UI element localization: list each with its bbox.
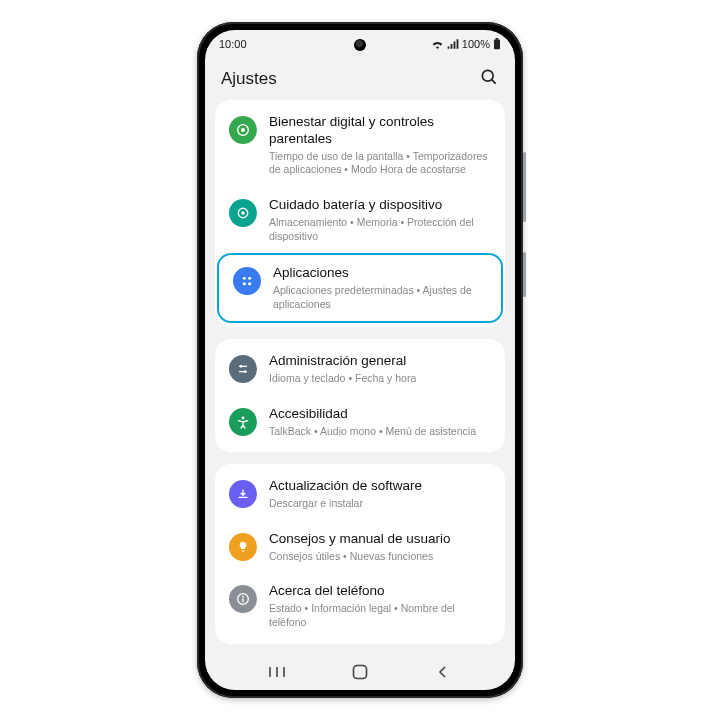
settings-item-subtitle: Descargar e instalar [269,497,491,511]
settings-item-text: Administración generalIdioma y teclado •… [269,353,491,386]
settings-item-title: Accesibilidad [269,406,491,423]
settings-list[interactable]: Bienestar digital y controles parentales… [205,100,515,654]
search-icon [479,67,499,87]
svg-point-7 [241,211,244,214]
svg-point-11 [248,282,251,285]
settings-item-title: Bienestar digital y controles parentales [269,114,491,148]
settings-group: Administración generalIdioma y teclado •… [215,339,505,452]
settings-item-title: Acerca del teléfono [269,583,491,600]
recents-icon [268,665,286,679]
search-button[interactable] [479,67,499,91]
recents-button[interactable] [266,661,288,683]
title-bar: Ajustes [205,58,515,100]
settings-item-title: Cuidado batería y dispositivo [269,197,491,214]
settings-item-text: Actualización de softwareDescargar e ins… [269,478,491,511]
about-icon [229,585,257,613]
status-time: 10:00 [219,38,247,50]
settings-item-software-update[interactable]: Actualización de softwareDescargar e ins… [215,468,505,521]
svg-rect-20 [242,599,243,603]
settings-item-battery-device-care[interactable]: Cuidado batería y dispositivoAlmacenamie… [215,187,505,253]
svg-point-10 [243,282,246,285]
general-icon [229,355,257,383]
settings-item-subtitle: Consejos útiles • Nuevas funciones [269,550,491,564]
svg-rect-24 [353,666,366,679]
settings-item-title: Administración general [269,353,491,370]
settings-item-text: Consejos y manual de usuarioConsejos úti… [269,531,491,564]
svg-point-15 [244,371,247,374]
update-icon [229,480,257,508]
accessibility-icon [229,408,257,436]
settings-item-digital-wellbeing[interactable]: Bienestar digital y controles parentales… [215,104,505,187]
settings-item-title: Aplicaciones [273,265,487,282]
svg-point-19 [242,596,244,598]
settings-item-subtitle: Estado • Información legal • Nombre del … [269,602,491,629]
svg-point-8 [243,277,246,280]
settings-item-tips[interactable]: Consejos y manual de usuarioConsejos úti… [215,521,505,574]
tips-icon [229,533,257,561]
settings-group: Bienestar digital y controles parentales… [215,100,505,327]
settings-item-accessibility[interactable]: AccesibilidadTalkBack • Audio mono • Men… [215,396,505,449]
page-title: Ajustes [221,69,277,89]
device-care-icon [229,199,257,227]
navigation-bar [205,654,515,690]
front-camera [354,39,366,51]
signal-icon [447,39,459,49]
svg-point-2 [482,70,493,81]
power-button [523,252,526,297]
wifi-icon [431,39,444,49]
settings-group: Actualización de softwareDescargar e ins… [215,464,505,643]
svg-point-9 [248,277,251,280]
svg-rect-0 [494,40,500,50]
settings-item-text: Cuidado batería y dispositivoAlmacenamie… [269,197,491,243]
home-button[interactable] [349,661,371,683]
svg-line-3 [492,80,496,84]
back-icon [436,665,450,679]
settings-item-subtitle: TalkBack • Audio mono • Menú de asistenc… [269,425,491,439]
svg-point-16 [242,416,245,419]
svg-point-5 [241,128,245,132]
svg-point-13 [240,365,243,368]
settings-item-title: Consejos y manual de usuario [269,531,491,548]
settings-item-text: AplicacionesAplicaciones predeterminadas… [273,265,487,311]
battery-icon [493,38,501,50]
settings-item-general-management[interactable]: Administración generalIdioma y teclado •… [215,343,505,396]
settings-item-subtitle: Tiempo de uso de la pantalla • Temporiza… [269,150,491,177]
volume-button [523,152,526,222]
settings-item-subtitle: Aplicaciones predeterminadas • Ajustes d… [273,284,487,311]
wellbeing-icon [229,116,257,144]
screen: 10:00 100% Ajustes Bienestar digital y c… [205,30,515,690]
apps-icon [233,267,261,295]
back-button[interactable] [432,661,454,683]
home-icon [352,664,368,680]
settings-item-text: Bienestar digital y controles parentales… [269,114,491,177]
battery-percent: 100% [462,38,490,50]
svg-rect-1 [496,38,499,40]
status-right: 100% [431,38,501,50]
settings-item-subtitle: Idioma y teclado • Fecha y hora [269,372,491,386]
phone-frame: 10:00 100% Ajustes Bienestar digital y c… [197,22,523,698]
settings-item-text: AccesibilidadTalkBack • Audio mono • Men… [269,406,491,439]
settings-item-text: Acerca del teléfonoEstado • Información … [269,583,491,629]
settings-item-subtitle: Almacenamiento • Memoria • Protección de… [269,216,491,243]
settings-item-about-phone[interactable]: Acerca del teléfonoEstado • Información … [215,573,505,639]
settings-item-title: Actualización de software [269,478,491,495]
settings-item-apps[interactable]: AplicacionesAplicaciones predeterminadas… [217,253,503,323]
